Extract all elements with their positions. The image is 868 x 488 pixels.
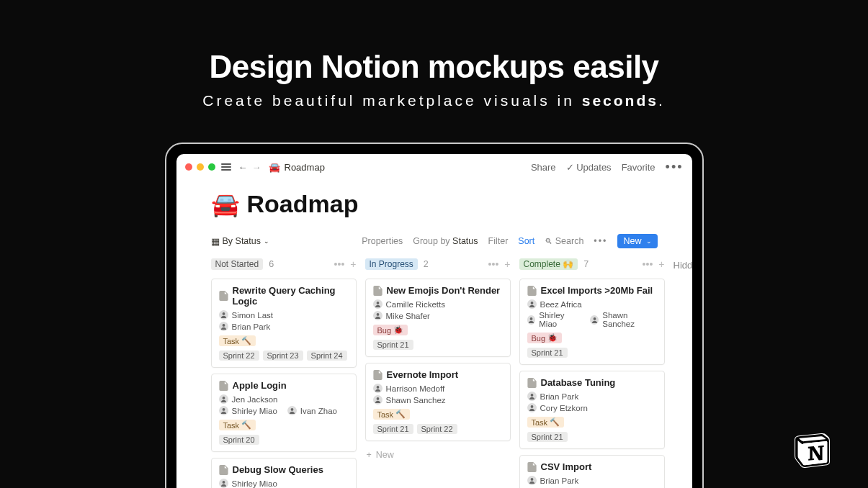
column-header: Not Started6•••+ — [211, 258, 357, 270]
card-assignees: Beez AfricaShirley MiaoShawn Sanchez — [527, 299, 657, 328]
column-add-icon[interactable]: + — [504, 258, 510, 270]
sprint-tag: Sprint 21 — [373, 340, 413, 350]
plus-icon: + — [367, 450, 372, 460]
avatar — [373, 395, 382, 405]
assignee: Shawn Sanchez — [590, 311, 656, 328]
more-menu-icon[interactable]: ••• — [666, 161, 684, 173]
column-status-tag[interactable]: Not Started — [211, 258, 264, 270]
minimize-window-icon[interactable] — [197, 163, 204, 171]
page-title[interactable]: Roadmap — [247, 190, 359, 218]
assignee: Shirley Miao — [219, 406, 277, 415]
breadcrumb-label: Roadmap — [285, 162, 325, 173]
sprint-tag: Sprint 22 — [417, 424, 457, 434]
group-by-button[interactable]: Group by Status — [413, 236, 478, 246]
share-button[interactable]: Share — [531, 162, 556, 173]
chevron-down-icon: ⌄ — [264, 238, 269, 245]
svg-point-9 — [376, 386, 379, 389]
board: Not Started6•••+Rewrite Query Caching Lo… — [176, 258, 692, 488]
page-emoji[interactable]: 🚘 — [211, 191, 240, 218]
assignee: Mike Shafer — [373, 311, 430, 320]
view-picker[interactable]: ▦ By Status ⌄ — [211, 236, 270, 247]
svg-point-13 — [593, 317, 596, 320]
new-card-button[interactable]: +New — [365, 447, 511, 463]
card-title: Debug Slow Queries — [233, 464, 323, 475]
board-view-icon: ▦ — [211, 236, 220, 247]
svg-point-16 — [530, 478, 533, 481]
page-icon — [527, 378, 537, 388]
hero-subtitle: Create beautiful marketplace visuals in … — [0, 92, 868, 109]
svg-point-0 — [222, 312, 225, 315]
sort-button[interactable]: Sort — [518, 236, 534, 246]
svg-point-14 — [530, 394, 533, 397]
nav-forward-icon[interactable]: → — [252, 162, 261, 173]
laptop-frame: ← → 🚘 Roadmap Share ✓ Updates Favorite •… — [165, 143, 704, 488]
filter-button[interactable]: Filter — [488, 236, 509, 246]
column-status-tag[interactable]: Complete 🙌 — [519, 258, 578, 270]
board-card[interactable]: CSV ImportBrian Park — [519, 455, 665, 488]
column-add-icon[interactable]: + — [658, 258, 664, 270]
svg-point-5 — [222, 481, 225, 484]
updates-button[interactable]: ✓ Updates — [566, 162, 612, 173]
avatar — [373, 384, 382, 393]
avatar — [527, 403, 537, 412]
assignee: Simon Last — [219, 310, 274, 320]
column-more-icon[interactable]: ••• — [334, 258, 345, 270]
search-button[interactable]: 🔍︎ Search — [545, 236, 583, 246]
page-header: 🚘 Roadmap ▦ By Status ⌄ Properties Group… — [176, 180, 692, 248]
sprint-tag: Sprint 22 — [219, 351, 259, 361]
avatar — [219, 479, 228, 488]
board-column: Not Started6•••+Rewrite Query Caching Lo… — [211, 258, 357, 488]
assignee: Cory Etzkorn — [527, 403, 588, 412]
svg-point-2 — [222, 397, 225, 399]
board-card[interactable]: Debug Slow QueriesShirley MiaoLeslie Jen… — [211, 458, 357, 488]
page-icon — [373, 370, 382, 380]
column-header: Complete 🙌7•••+ — [519, 258, 665, 270]
check-icon: ✓ — [566, 162, 574, 173]
column-more-icon[interactable]: ••• — [488, 258, 499, 270]
avatar — [527, 392, 537, 401]
assignee: Shawn Sanchez — [373, 395, 446, 405]
board-card[interactable]: Database TuningBrian ParkCory EtzkornTas… — [519, 371, 665, 449]
maximize-window-icon[interactable] — [208, 163, 215, 171]
assignee: Brian Park — [527, 392, 579, 401]
nav-back-icon[interactable]: ← — [238, 162, 248, 173]
type-tag: Bug 🐞 — [373, 325, 408, 335]
card-title: Rewrite Query Caching Logic — [233, 285, 349, 307]
board-card[interactable]: Apple LoginJen JacksonShirley MiaoIvan Z… — [211, 374, 357, 452]
sprint-tag: Sprint 21 — [527, 348, 568, 358]
breadcrumb[interactable]: 🚘 Roadmap — [269, 162, 325, 173]
card-title: New Emojis Don't Render — [387, 285, 501, 296]
search-icon: 🔍︎ — [545, 237, 552, 245]
avatar — [527, 476, 537, 485]
properties-button[interactable]: Properties — [362, 236, 403, 246]
breadcrumb-emoji: 🚘 — [269, 162, 280, 173]
svg-point-12 — [529, 317, 532, 320]
column-status-tag[interactable]: In Progress — [365, 258, 418, 270]
sprint-tag: Sprint 24 — [307, 351, 347, 361]
column-more-icon[interactable]: ••• — [643, 258, 653, 270]
board-card[interactable]: Rewrite Query Caching LogicSimon LastBri… — [211, 279, 357, 368]
new-button[interactable]: New ⌄ — [617, 234, 657, 248]
avatar — [287, 406, 297, 415]
favorite-button[interactable]: Favorite — [622, 162, 656, 173]
avatar — [219, 310, 228, 320]
svg-point-4 — [290, 408, 293, 411]
card-assignees: Jen JacksonShirley MiaoIvan Zhao — [219, 394, 349, 415]
board-card[interactable]: Evernote ImportHarrison MedoffShawn Sanc… — [365, 363, 511, 441]
sidebar-toggle-icon[interactable] — [221, 163, 231, 171]
assignee: Brian Park — [527, 476, 579, 485]
type-tag: Task 🔨 — [219, 335, 256, 346]
top-actions: Share ✓ Updates Favorite ••• — [531, 161, 684, 173]
board-card[interactable]: Excel Imports >20Mb FailBeez AfricaShirl… — [519, 279, 665, 365]
board-card[interactable]: New Emojis Don't RenderCamille RickettsM… — [365, 279, 511, 357]
toolbar-more-icon[interactable]: ••• — [594, 236, 607, 246]
type-tag: Task 🔨 — [527, 417, 565, 428]
type-tag: Bug 🐞 — [527, 333, 563, 343]
svg-point-7 — [376, 302, 379, 304]
page-icon — [219, 291, 228, 301]
card-assignees: Shirley MiaoLeslie Jensen — [219, 479, 349, 488]
column-add-icon[interactable]: + — [350, 258, 356, 270]
close-window-icon[interactable] — [185, 163, 192, 171]
sprint-tag: Sprint 23 — [263, 351, 303, 361]
sprint-tag: Sprint 20 — [219, 435, 259, 445]
